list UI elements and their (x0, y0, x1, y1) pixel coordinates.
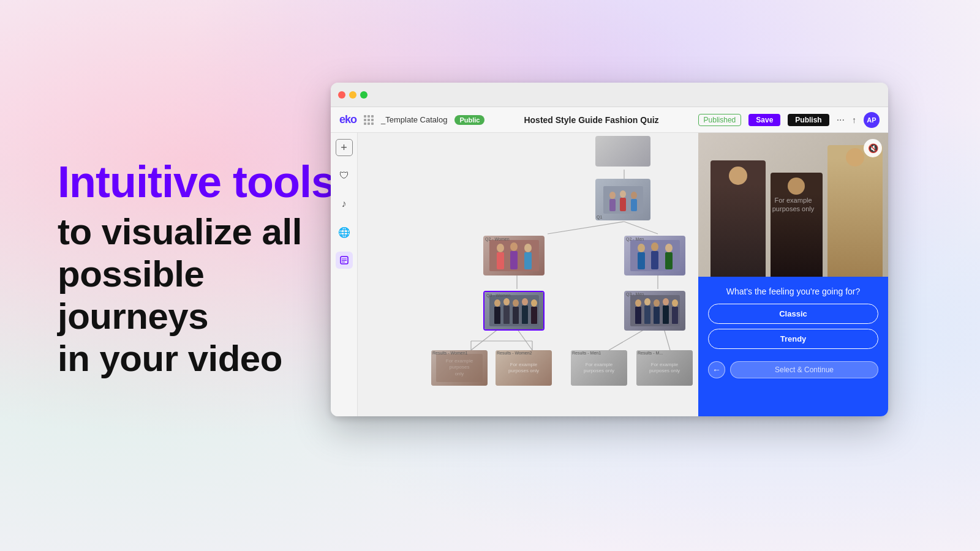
node-q1[interactable]: Q1 (595, 179, 650, 220)
svg-point-55 (663, 298, 669, 305)
navbar: eko _Template Catalog Public Hosted Styl… (331, 107, 888, 133)
traffic-lights (338, 91, 368, 99)
svg-rect-22 (631, 199, 637, 211)
node-intro[interactable] (595, 136, 650, 167)
svg-point-19 (620, 190, 626, 198)
main-area: + 🛡 ♪ 🌐 (331, 133, 888, 416)
quiz-select-continue-button[interactable]: Select & Continue (730, 361, 878, 378)
svg-rect-56 (663, 305, 669, 324)
svg-point-49 (635, 299, 641, 307)
node-result-m1-label: Results - Men1 (572, 351, 601, 355)
svg-line-12 (664, 329, 670, 350)
svg-point-26 (510, 242, 518, 251)
svg-point-38 (494, 299, 500, 307)
svg-point-42 (513, 299, 519, 307)
sidebar-sheet-icon[interactable] (336, 252, 353, 269)
video-preview: For examplepurposes only 🔇 (698, 133, 888, 277)
sidebar-music-icon[interactable]: ♪ (336, 195, 353, 212)
avatar[interactable]: AP (864, 112, 880, 128)
node-result-w1-label: Results - Women1 (432, 351, 467, 355)
svg-rect-47 (531, 307, 537, 324)
svg-point-17 (609, 192, 616, 199)
svg-rect-18 (609, 199, 616, 211)
title-bar (331, 83, 888, 107)
save-button[interactable]: Save (748, 114, 780, 126)
svg-point-44 (522, 298, 528, 305)
svg-rect-59 (436, 354, 483, 382)
svg-rect-27 (510, 251, 518, 269)
node-q3-women[interactable]: Q3 - Women (483, 291, 545, 331)
svg-point-51 (644, 298, 650, 305)
public-badge: Public (454, 115, 484, 125)
sidebar-globe-icon[interactable]: 🌐 (336, 223, 353, 241)
svg-point-35 (665, 244, 673, 252)
node-q2-women[interactable]: Q2 - Women (483, 236, 545, 276)
maximize-button[interactable] (360, 91, 368, 99)
watermark: For examplepurposes only (772, 196, 815, 214)
close-button[interactable] (338, 91, 345, 99)
node-q2-men-label: Q2 - Men (626, 237, 644, 241)
more-options-button[interactable]: ··· (837, 114, 845, 126)
node-q2-women-label: Q2 - Women (485, 237, 510, 241)
publish-button[interactable]: Publish (788, 114, 829, 126)
headline-purple: Intuitive tools (58, 159, 364, 206)
svg-line-11 (609, 329, 646, 350)
quiz-navigation: ← Select & Continue (698, 359, 888, 383)
add-node-button[interactable]: + (336, 139, 353, 156)
quiz-back-button[interactable]: ← (708, 361, 725, 378)
svg-point-46 (531, 299, 537, 307)
node-q2-men[interactable]: Q2 - Men (624, 236, 685, 276)
quiz-option-trendy[interactable]: Trendy (708, 329, 878, 349)
svg-rect-54 (654, 307, 660, 324)
node-q3-men[interactable]: Q3 - Men (624, 291, 685, 331)
svg-rect-43 (513, 307, 519, 324)
canvas-area[interactable]: Q1 Q2 - Women (358, 133, 698, 416)
minimize-button[interactable] (349, 91, 356, 99)
sidebar-shield-icon[interactable]: 🛡 (336, 167, 353, 184)
svg-rect-45 (522, 305, 528, 324)
quiz-question: What's the feeling you're going for? (708, 287, 878, 296)
svg-point-53 (654, 299, 660, 307)
grid-icon[interactable] (364, 115, 374, 125)
node-result-w2-label: Results - Women2 (497, 351, 532, 355)
svg-rect-52 (644, 305, 650, 324)
node-result-m2[interactable]: For examplepurposes only Results - M... (636, 350, 693, 386)
project-title: Hosted Style Guide Fashion Quiz (524, 115, 658, 125)
node-result-m2-label: Results - M... (638, 351, 663, 355)
svg-rect-50 (635, 307, 641, 324)
published-label: Published (698, 114, 742, 126)
svg-rect-25 (497, 252, 504, 269)
quiz-option-classic[interactable]: Classic (708, 304, 878, 324)
svg-rect-34 (651, 251, 658, 269)
mute-button[interactable]: 🔇 (864, 139, 882, 157)
svg-point-40 (503, 298, 510, 305)
preview-panel: For examplepurposes only 🔇 What's the fe… (698, 133, 888, 416)
svg-point-57 (672, 299, 678, 307)
svg-rect-36 (665, 252, 673, 269)
node-q3-women-label: Q3 - Women (486, 293, 511, 298)
node-q1-label: Q1 (597, 215, 602, 219)
breadcrumb[interactable]: _Template Catalog (381, 115, 447, 124)
svg-rect-58 (672, 307, 678, 324)
svg-point-33 (651, 242, 658, 251)
svg-line-6 (624, 222, 658, 234)
svg-point-31 (638, 244, 645, 252)
upload-icon[interactable]: ↑ (852, 115, 856, 125)
node-result-m1[interactable]: For examplepurposes only Results - Men1 (571, 350, 627, 386)
svg-line-9 (471, 329, 499, 350)
svg-rect-20 (620, 198, 626, 211)
svg-point-28 (524, 244, 532, 252)
node-result-w1[interactable]: For examplepurposes only Results - Women… (431, 350, 488, 386)
node-q3-men-label: Q3 - Men (626, 292, 644, 296)
video-image: For examplepurposes only (698, 133, 888, 277)
quiz-section: What's the feeling you're going for? Cla… (698, 277, 888, 359)
svg-rect-29 (524, 252, 532, 269)
svg-rect-39 (494, 307, 500, 324)
node-result-w2[interactable]: For examplepurposes only Results - Women… (496, 350, 552, 386)
svg-point-21 (631, 192, 637, 199)
app-window: eko _Template Catalog Public Hosted Styl… (331, 83, 888, 416)
svg-line-10 (517, 329, 532, 350)
left-text-section: Intuitive tools to visualize all possibl… (58, 159, 364, 380)
sidebar: + 🛡 ♪ 🌐 (331, 133, 358, 416)
eko-logo[interactable]: eko (339, 113, 356, 126)
